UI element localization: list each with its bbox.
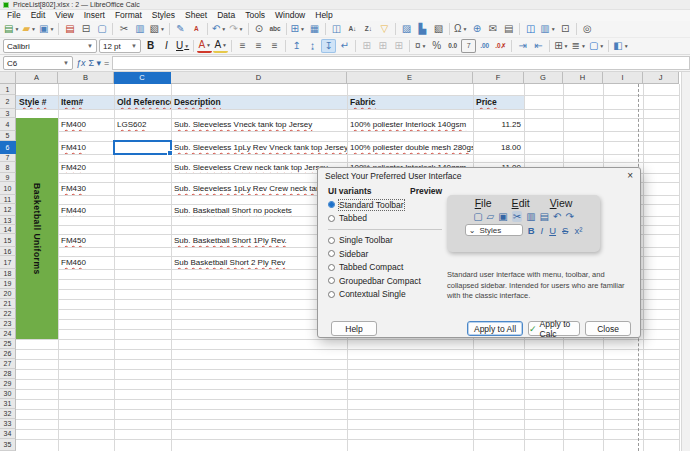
decrease-indent-icon[interactable]: ⇤	[531, 39, 546, 53]
row-header-21[interactable]: 21	[0, 299, 16, 309]
menu-view[interactable]: View	[50, 10, 78, 21]
radio-option-groupedbar-compact[interactable]: Groupedbar Compact	[328, 276, 446, 286]
align-left-icon[interactable]: ≡	[235, 39, 250, 53]
italic-icon[interactable]: I	[159, 39, 174, 53]
align-bottom-icon[interactable]: ↧	[321, 39, 336, 53]
menu-help[interactable]: Help	[310, 10, 337, 21]
column-header-e[interactable]: E	[347, 72, 473, 84]
cell-b17[interactable]: FM460	[58, 256, 114, 269]
merged-style-cell[interactable]: Basketball Uniforms	[16, 118, 58, 339]
radio-button-icon[interactable]	[328, 277, 335, 284]
close-icon[interactable]: ×	[627, 171, 633, 181]
row-header-23[interactable]: 23	[0, 319, 16, 329]
cell-d2[interactable]: Description	[171, 95, 347, 109]
wrap-text-icon[interactable]: ↵	[337, 39, 352, 53]
insert-table-icon[interactable]: ⊞▼	[290, 22, 306, 36]
row-header-19[interactable]: 19	[0, 279, 16, 289]
cell-b15[interactable]: FM450	[58, 234, 114, 247]
hyperlink-icon[interactable]: ⊕	[469, 22, 484, 36]
row-header-26[interactable]: 26	[0, 349, 16, 359]
row-header-16[interactable]: 16	[0, 247, 16, 256]
merge-cells-icon[interactable]: ⊞	[375, 39, 390, 53]
cell-e2[interactable]: Fabric	[347, 95, 473, 109]
percent-icon[interactable]: %	[429, 39, 444, 53]
border-style-icon[interactable]: ≣▼	[571, 39, 587, 53]
delete-decimal-icon[interactable]: .0✗	[493, 39, 508, 53]
unmerge-cells-icon[interactable]: ⊞	[391, 39, 406, 53]
sort-ascending-icon[interactable]: A↓	[345, 22, 360, 36]
font-size-combo[interactable]: 12 pt▼	[99, 39, 141, 53]
row-header-5[interactable]: 5	[0, 131, 16, 141]
save-icon[interactable]: ▣▼	[38, 22, 55, 36]
column-header-h[interactable]: H	[563, 72, 603, 84]
insert-chart-icon[interactable]: ▙	[415, 22, 430, 36]
row-header-18[interactable]: 18	[0, 269, 16, 279]
sort-icon[interactable]: ◫	[329, 22, 344, 36]
menu-window[interactable]: Window	[270, 10, 310, 21]
merge-center-icon[interactable]: ⊞	[359, 39, 374, 53]
clone-formatting-icon[interactable]: ✎	[173, 22, 188, 36]
row-header-24[interactable]: 24	[0, 329, 16, 339]
menu-file[interactable]: File	[2, 10, 26, 21]
column-header-j[interactable]: J	[643, 72, 679, 84]
insert-column-icon[interactable]: ▦	[307, 22, 322, 36]
new-document-icon[interactable]: ▤▼	[3, 22, 20, 36]
active-cell-selection[interactable]	[113, 140, 172, 155]
cell-e4[interactable]: 100% poliester Interlock 140gsm	[347, 118, 473, 131]
formula-icon[interactable]: =	[104, 58, 109, 68]
menu-format[interactable]: Format	[110, 10, 147, 21]
radio-button-icon[interactable]	[328, 250, 335, 257]
row-header-1[interactable]: 1	[0, 84, 16, 95]
radio-option-contextual-single[interactable]: Contextual Single	[328, 289, 446, 299]
menu-tools[interactable]: Tools	[240, 10, 270, 21]
row-header-14[interactable]: 14	[0, 225, 16, 234]
select-all-corner[interactable]	[0, 72, 16, 84]
row-header-4[interactable]: 4	[0, 118, 16, 131]
radio-button-icon[interactable]	[328, 201, 335, 208]
row-header-35[interactable]: 35	[0, 439, 16, 451]
insert-image-icon[interactable]: ▨	[399, 22, 414, 36]
cell-f6[interactable]: 18.00	[473, 141, 524, 154]
radio-button-icon[interactable]	[328, 215, 335, 222]
special-character-icon[interactable]: Ω▼	[453, 22, 468, 36]
radio-button-icon[interactable]	[328, 264, 335, 271]
row-header-33[interactable]: 33	[0, 419, 16, 429]
cell-b10[interactable]: FM430	[58, 182, 114, 195]
font-name-combo[interactable]: Calibri▼	[3, 39, 97, 53]
row-header-2[interactable]: 2	[0, 95, 16, 109]
name-box[interactable]: C6▼	[3, 56, 73, 70]
apply-to-calc-button[interactable]: ✓ Apply to Calc	[528, 321, 580, 336]
row-header-32[interactable]: 32	[0, 409, 16, 419]
underline-icon[interactable]: U▼	[175, 39, 190, 53]
freeze-panes-icon[interactable]: ◫	[523, 22, 538, 36]
show-comments-icon[interactable]: ⊡	[558, 22, 573, 36]
row-header-6[interactable]: 6	[0, 141, 16, 154]
cell-e6[interactable]: 100% poliester double mesh 280gsm	[347, 141, 473, 154]
print-preview-icon[interactable]: ▢	[94, 22, 109, 36]
draw-functions-icon[interactable]: ▧	[431, 22, 446, 36]
radio-button-icon[interactable]	[328, 291, 335, 298]
row-header-17[interactable]: 17	[0, 256, 16, 269]
menu-edit[interactable]: Edit	[26, 10, 51, 21]
highlighting-color-icon[interactable]: A▼	[213, 39, 228, 53]
row-header-7[interactable]: 7	[0, 154, 16, 162]
column-header-a[interactable]: A	[16, 72, 58, 84]
cell-f2[interactable]: Price	[473, 95, 524, 109]
date-format-icon[interactable]: 7	[461, 39, 476, 53]
cell-c2[interactable]: Old Reference	[114, 95, 171, 109]
number-standard-icon[interactable]: 0.0	[445, 39, 460, 53]
clear-formatting-icon[interactable]: A	[189, 22, 204, 36]
row-header-15[interactable]: 15	[0, 234, 16, 247]
row-header-22[interactable]: 22	[0, 309, 16, 319]
copy-icon[interactable]: ▥	[132, 22, 147, 36]
spelling-icon[interactable]: abc	[268, 22, 283, 36]
autofilter-icon[interactable]: ▽	[377, 22, 392, 36]
paste-icon[interactable]: ▧▼	[148, 22, 165, 36]
row-header-25[interactable]: 25	[0, 339, 16, 349]
help-button[interactable]: Help	[331, 321, 377, 336]
column-header-g[interactable]: G	[524, 72, 563, 84]
add-decimal-icon[interactable]: .00	[477, 39, 492, 53]
cell-b6[interactable]: FM410	[58, 141, 114, 154]
align-right-icon[interactable]: ≡	[267, 39, 282, 53]
radio-option-tabbed-compact[interactable]: Tabbed Compact	[328, 262, 446, 272]
